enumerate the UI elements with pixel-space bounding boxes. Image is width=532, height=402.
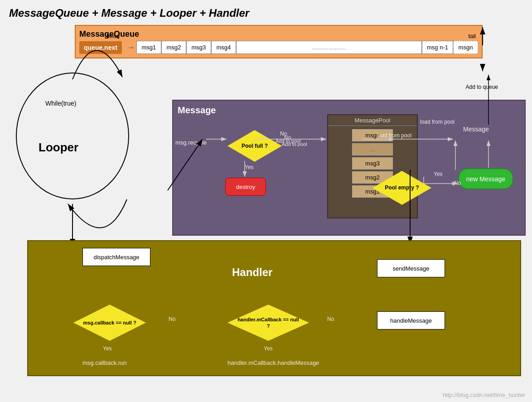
message-pool-title: MessagePool — [328, 115, 417, 126]
mq-title: MessageQueue — [79, 29, 478, 39]
msg-yes2-label: Yes — [434, 171, 443, 177]
msg-load-from-pool-label: load from pool — [420, 119, 455, 125]
send-message-box: sendMessage — [377, 259, 445, 277]
page-title: MessageQueue + Message + Looper + Handle… — [9, 7, 249, 19]
arrow-right-icon: → — [127, 44, 135, 52]
mcallback-label: handler.mCallback.handleMessage — [227, 359, 319, 366]
handler-diamond1: msg.callback == null ? — [73, 305, 146, 341]
dispatch-message-box: dispatchMessage — [82, 248, 150, 266]
message-section: Message msg.recycle Pool full ? MessageP… — [172, 100, 526, 236]
queue-next-box: queue.next — [79, 41, 122, 54]
message-endpoint-label: Message — [463, 126, 489, 133]
callback-run-label: msg.callback.run — [82, 359, 127, 366]
handler-diamond2-label: handler.mCallback == null ? — [237, 316, 300, 329]
handler-no2-label: No — [327, 316, 334, 322]
mq-tail-label: tail — [468, 33, 476, 39]
watermark: http://blog.csdn.net/time_hunter — [443, 392, 525, 398]
destroy-box: destroy — [225, 178, 266, 196]
mq-content: head tail queue.next → msg1 msg2 msg3 ms… — [79, 41, 478, 54]
new-message-box: new Message — [459, 169, 513, 189]
msg-cell-2: msg2 — [161, 41, 186, 54]
looper-label: Looper — [39, 140, 78, 155]
msg-cell-3: msg3 — [186, 41, 211, 54]
handler-diamond2: handler.mCallback == null ? — [227, 305, 309, 341]
msg-cell-n: msgn — [453, 41, 478, 54]
handler-title: Handler — [232, 266, 272, 279]
pool-full-label: Pool full ? — [237, 143, 273, 149]
handler-diamond1-label: msg.callback == null ? — [82, 320, 137, 326]
msg-cell-1: msg1 — [136, 41, 161, 54]
while-label: While(true) — [45, 100, 76, 107]
mq-head-label: head — [106, 33, 120, 39]
add-to-pool-label: Add to pool — [276, 138, 301, 144]
msg-cells: msg1 msg2 msg3 msg4 ....................… — [136, 41, 478, 54]
handler-no1-label: No — [169, 316, 175, 322]
msg-cell-n1: msg n-1 — [422, 41, 453, 54]
pool-cell-dots: .... — [352, 143, 393, 155]
no-label-pool: No — [280, 131, 287, 137]
msg-recycle-label: msg.recycle — [175, 139, 207, 146]
msg-cell-4: msg4 — [211, 41, 236, 54]
msg-yes1-label: Yes — [245, 164, 254, 170]
handler-yes1-label: Yes — [103, 345, 112, 352]
msg-cell-dots: ..................... — [236, 41, 422, 54]
add-to-queue-label: Add to queue — [466, 84, 498, 90]
messagequeue-section: MessageQueue head tail queue.next → msg1… — [75, 25, 483, 58]
load-from-pool-label: load from pool — [377, 132, 411, 139]
pool-full-diamond: Pool full ? — [227, 130, 282, 162]
main-container: MessageQueue + Message + Looper + Handle… — [0, 0, 532, 402]
handle-message-box: handleMessage — [377, 311, 445, 329]
msg-no2-label: No — [454, 180, 461, 186]
pool-empty-label: Pool empty ? — [382, 184, 422, 191]
handler-yes2-label: Yes — [264, 345, 273, 352]
looper-circle — [16, 73, 129, 199]
handler-section: Handler dispatchMessage sendMessage hand… — [27, 240, 521, 376]
pool-cell-msg3: msg3 — [352, 157, 393, 170]
